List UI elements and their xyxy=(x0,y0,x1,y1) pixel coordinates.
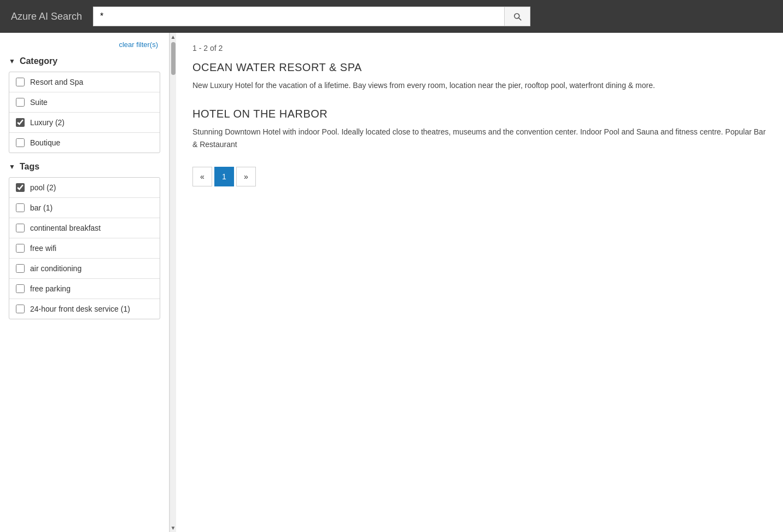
label-pool: pool (2) xyxy=(30,183,56,192)
sidebar: clear filter(s) ▼ Category Resort and Sp… xyxy=(0,33,170,532)
facet-item-air-conditioning[interactable]: air conditioning xyxy=(9,259,160,279)
clear-filters-link[interactable]: clear filter(s) xyxy=(0,38,169,53)
checkbox-front-desk[interactable] xyxy=(16,305,25,313)
checkbox-resort-spa[interactable] xyxy=(16,78,25,86)
checkbox-continental-breakfast[interactable] xyxy=(16,224,25,232)
checkbox-free-parking[interactable] xyxy=(16,284,25,293)
main-layout: clear filter(s) ▼ Category Resort and Sp… xyxy=(0,33,783,532)
category-facet-list: Resort and Spa Suite Luxury (2) Boutique xyxy=(9,72,160,153)
pagination-next[interactable]: » xyxy=(236,167,256,186)
label-front-desk: 24-hour front desk service (1) xyxy=(30,305,130,313)
sidebar-scrollbar[interactable]: ▲ ▼ xyxy=(170,33,176,532)
search-bar xyxy=(93,7,530,26)
checkbox-boutique[interactable] xyxy=(16,138,25,147)
facet-item-free-wifi[interactable]: free wifi xyxy=(9,238,160,259)
scroll-down-arrow[interactable]: ▼ xyxy=(171,525,176,531)
search-input[interactable] xyxy=(93,7,504,26)
checkbox-suite[interactable] xyxy=(16,98,25,107)
label-boutique: Boutique xyxy=(30,138,60,147)
header: Azure AI Search xyxy=(0,0,783,33)
search-button[interactable] xyxy=(504,7,530,26)
label-free-wifi: free wifi xyxy=(30,244,56,253)
tags-facet-label: Tags xyxy=(20,162,39,172)
result-description-1: Stunning Downtown Hotel with indoor Pool… xyxy=(192,126,767,150)
search-icon xyxy=(512,11,522,21)
tags-facet-list: pool (2) bar (1) continental breakfast f… xyxy=(9,177,160,319)
results-panel: 1 - 2 of 2 OCEAN WATER RESORT & SPA New … xyxy=(176,33,783,532)
label-bar: bar (1) xyxy=(30,203,52,212)
result-title-1: HOTEL ON THE HARBOR xyxy=(192,108,767,120)
checkbox-pool[interactable] xyxy=(16,183,25,192)
category-facet-label: Category xyxy=(20,56,57,66)
facet-item-suite[interactable]: Suite xyxy=(9,92,160,113)
category-facet-header[interactable]: ▼ Category xyxy=(0,53,169,69)
facet-item-luxury[interactable]: Luxury (2) xyxy=(9,113,160,133)
pagination-page-1[interactable]: 1 xyxy=(214,167,234,186)
facet-item-free-parking[interactable]: free parking xyxy=(9,279,160,299)
label-resort-spa: Resort and Spa xyxy=(30,78,83,86)
tags-arrow-icon: ▼ xyxy=(9,163,15,171)
pagination: « 1 » xyxy=(192,167,767,186)
label-air-conditioning: air conditioning xyxy=(30,264,81,273)
scroll-thumb[interactable] xyxy=(171,42,176,75)
facet-item-boutique[interactable]: Boutique xyxy=(9,133,160,153)
facet-item-resort-spa[interactable]: Resort and Spa xyxy=(9,72,160,92)
result-title-0: OCEAN WATER RESORT & SPA xyxy=(192,61,767,74)
category-facet-section: ▼ Category Resort and Spa Suite Luxury (… xyxy=(0,53,169,153)
label-continental-breakfast: continental breakfast xyxy=(30,224,101,232)
checkbox-bar[interactable] xyxy=(16,203,25,212)
facet-item-bar[interactable]: bar (1) xyxy=(9,198,160,218)
app-title: Azure AI Search xyxy=(11,11,82,22)
facet-item-pool[interactable]: pool (2) xyxy=(9,178,160,198)
results-count: 1 - 2 of 2 xyxy=(192,44,767,52)
facet-item-continental-breakfast[interactable]: continental breakfast xyxy=(9,218,160,238)
result-item-0: OCEAN WATER RESORT & SPA New Luxury Hote… xyxy=(192,61,767,91)
scroll-up-arrow[interactable]: ▲ xyxy=(171,34,176,40)
label-luxury: Luxury (2) xyxy=(30,118,65,127)
label-suite: Suite xyxy=(30,98,48,107)
result-item-1: HOTEL ON THE HARBOR Stunning Downtown Ho… xyxy=(192,108,767,150)
checkbox-free-wifi[interactable] xyxy=(16,244,25,253)
pagination-prev[interactable]: « xyxy=(192,167,212,186)
tags-facet-header[interactable]: ▼ Tags xyxy=(0,159,169,175)
checkbox-air-conditioning[interactable] xyxy=(16,264,25,273)
category-arrow-icon: ▼ xyxy=(9,57,15,65)
tags-facet-section: ▼ Tags pool (2) bar (1) continental brea… xyxy=(0,159,169,319)
checkbox-luxury[interactable] xyxy=(16,118,25,127)
facet-item-front-desk[interactable]: 24-hour front desk service (1) xyxy=(9,299,160,319)
result-description-0: New Luxury Hotel for the vacation of a l… xyxy=(192,79,767,91)
label-free-parking: free parking xyxy=(30,284,71,293)
